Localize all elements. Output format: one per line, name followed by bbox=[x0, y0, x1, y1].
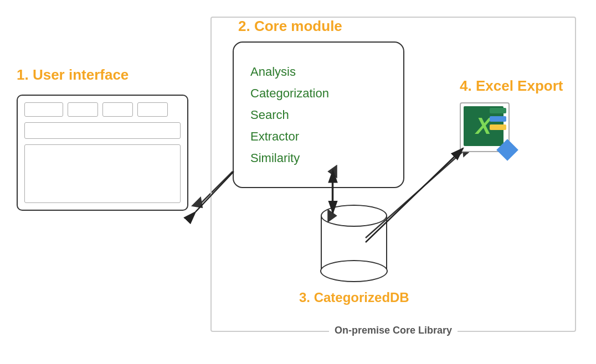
core-module-item-categorization: Categorization bbox=[250, 84, 387, 102]
db-top bbox=[321, 205, 387, 227]
user-interface-section: 1. User interface bbox=[17, 66, 194, 211]
ui-button-2 bbox=[68, 102, 98, 117]
categorized-db-label: 3. CategorizedDB bbox=[299, 290, 409, 305]
ui-button-3 bbox=[102, 102, 133, 117]
core-module-inner-box: Analysis Categorization Search Extractor… bbox=[233, 41, 404, 188]
excel-export-section: 4. Excel Export X bbox=[460, 77, 563, 152]
categorized-db-section: 3. CategorizedDB bbox=[299, 205, 409, 305]
ui-button-4 bbox=[137, 102, 168, 117]
core-module-item-similarity: Similarity bbox=[250, 149, 387, 167]
diagram-container: On-premise Core Library 2. Core module A… bbox=[0, 0, 596, 364]
ui-mockup bbox=[17, 95, 188, 211]
excel-export-title: 4. Excel Export bbox=[460, 77, 563, 95]
core-module-section: 2. Core module Analysis Categorization S… bbox=[233, 22, 404, 199]
excel-line-green bbox=[490, 108, 506, 113]
db-bottom bbox=[320, 260, 388, 282]
ui-input bbox=[24, 122, 181, 139]
excel-line-blue bbox=[490, 116, 506, 122]
excel-x-letter: X bbox=[476, 115, 491, 138]
excel-lines bbox=[490, 108, 506, 130]
core-library-label: On-premise Core Library bbox=[329, 325, 458, 336]
ui-content bbox=[24, 144, 181, 203]
ui-button-1 bbox=[24, 102, 63, 117]
core-module-item-extractor: Extractor bbox=[250, 127, 387, 145]
ui-top-row bbox=[24, 102, 181, 117]
user-interface-title: 1. User interface bbox=[17, 66, 194, 84]
excel-icon: X bbox=[460, 102, 510, 152]
core-module-item-analysis: Analysis bbox=[250, 63, 387, 81]
core-module-item-search: Search bbox=[250, 106, 387, 124]
core-module-title: 2. Core module bbox=[238, 18, 342, 35]
excel-line-yellow bbox=[490, 124, 506, 130]
db-cylinder bbox=[321, 205, 387, 282]
